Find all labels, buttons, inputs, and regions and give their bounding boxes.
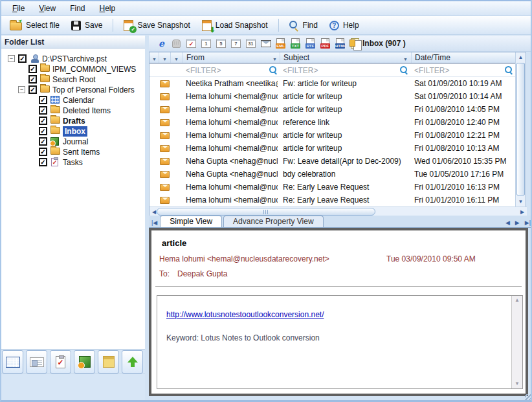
up-shortcut-button[interactable]: [122, 350, 143, 374]
tab-first-icon[interactable]: |◀: [149, 219, 160, 227]
body-scrollbar[interactable]: ▲ ▼: [511, 296, 522, 388]
scroll-down-icon[interactable]: ▼: [512, 379, 522, 388]
calendar-31-icon[interactable]: 31: [245, 38, 257, 50]
checkbox-root[interactable]: ✓: [18, 54, 27, 63]
column-from[interactable]: From ▼: [183, 52, 280, 63]
filter-subject-input[interactable]: <FILTER>: [283, 66, 318, 75]
scroll-down-icon[interactable]: ▼: [516, 197, 526, 207]
open-mail-icon: [160, 119, 170, 126]
vertical-scrollbar[interactable]: ▲ ▼: [515, 52, 526, 207]
tree-label[interactable]: Sent Items: [63, 147, 100, 157]
column-attachment[interactable]: ▼: [171, 52, 183, 63]
help-button[interactable]: ? Help: [325, 19, 364, 32]
tasks-shortcut-button[interactable]: ✓: [50, 350, 71, 374]
message-row[interactable]: Hema lohumi <hemal@nucl... article for w…: [150, 90, 516, 103]
checkbox[interactable]: ✓: [39, 96, 47, 104]
folder-icon: [40, 75, 50, 82]
envelope-icon[interactable]: [260, 38, 272, 50]
filter-search-icon[interactable]: [505, 66, 513, 74]
scroll-up-icon[interactable]: ▲: [516, 52, 526, 62]
checkbox[interactable]: ✓: [39, 106, 47, 115]
column-subject[interactable]: Subject ▼: [280, 52, 412, 63]
menu-help[interactable]: Help: [93, 3, 123, 14]
tree-label[interactable]: Top of Personal Folders: [52, 85, 135, 95]
tree-label[interactable]: Calendar: [63, 95, 94, 106]
message-row[interactable]: Hema lohumi <hemal@nucl... Re: Early Lea…: [150, 181, 516, 194]
filter-search-icon[interactable]: [400, 66, 408, 74]
message-row[interactable]: Hema lohumi <hemal@nucl... reference lin…: [150, 116, 516, 129]
tree-label[interactable]: Journal: [63, 137, 88, 147]
menu-find[interactable]: Find: [63, 3, 92, 14]
contacts-shortcut-button[interactable]: [26, 350, 47, 374]
select-file-label: Select file: [26, 21, 60, 30]
checkbox[interactable]: ✓: [39, 148, 47, 156]
filter-datetime-input[interactable]: <FILTER>: [414, 66, 449, 75]
tab-advance-property-view[interactable]: Advance Property View: [223, 216, 324, 227]
tree-label[interactable]: Drafts: [63, 116, 85, 126]
checkbox[interactable]: ✓: [28, 85, 37, 94]
preview-date: Tue 03/09/2010 09:50 AM: [386, 254, 476, 263]
load-snapshot-button[interactable]: ⬇ Load Snapshot: [197, 19, 272, 32]
checkbox[interactable]: ✓: [39, 127, 47, 135]
message-row[interactable]: Neetika Pratham <neetika@... Fw: article…: [150, 77, 516, 90]
column-importance[interactable]: ▼: [150, 52, 159, 63]
checkbox[interactable]: ✓: [39, 117, 47, 125]
message-row[interactable]: Hema lohumi <hemal@nucl... article for w…: [150, 142, 516, 155]
folder-icon: [50, 148, 60, 155]
tree-label-root[interactable]: D:\PST\archive.pst: [42, 54, 107, 64]
html-file-icon[interactable]: HTML: [334, 38, 346, 50]
tab-simple-view[interactable]: Simple View: [160, 216, 222, 227]
checkbox[interactable]: ✓: [28, 75, 37, 84]
pdf-file-icon[interactable]: PDF: [319, 38, 331, 50]
eml-file-icon[interactable]: EML: [274, 38, 287, 50]
tab-last-icon[interactable]: ▶|: [522, 219, 532, 227]
scrollbar-thumb[interactable]: [516, 63, 525, 195]
notes-shortcut-button[interactable]: [98, 350, 119, 374]
rtf-file-icon[interactable]: RTF: [304, 38, 316, 50]
ie-browser-icon[interactable]: e: [155, 38, 168, 50]
resize-grip-icon[interactable]: [525, 394, 532, 401]
hand-icon[interactable]: [170, 38, 183, 50]
calendar-1-icon[interactable]: 1: [200, 38, 212, 50]
scrollbar-thumb[interactable]: [157, 208, 375, 216]
body-link[interactable]: http://www.lotusnotestooutlookconversion…: [166, 310, 324, 319]
message-row[interactable]: Hema lohumi <hemal@nucl... Re: Early Lea…: [150, 194, 516, 207]
horizontal-scrollbar[interactable]: ◀ ▶: [150, 207, 527, 216]
tab-next-icon[interactable]: ▶: [513, 219, 522, 227]
message-row[interactable]: Neha Gupta <nehag@nucle... bdy celebrati…: [150, 168, 516, 181]
calendar-5-icon[interactable]: 5: [215, 38, 227, 50]
find-button[interactable]: Find: [285, 19, 322, 32]
checkbox[interactable]: ✓: [28, 65, 37, 73]
toolbar-separator: [278, 19, 279, 32]
copy-file-icon[interactable]: [349, 38, 361, 50]
save-button[interactable]: Save: [67, 19, 107, 32]
menu-file[interactable]: File: [5, 3, 32, 14]
tree-label[interactable]: Deleted Items: [63, 106, 111, 116]
calendar-7-icon[interactable]: 7: [230, 38, 242, 50]
message-row[interactable]: Hema lohumi <hemal@nucl... article for w…: [150, 103, 516, 116]
tree-label-inbox[interactable]: Inbox: [63, 126, 87, 137]
calendar-shortcut-button[interactable]: [2, 350, 23, 374]
tree-label[interactable]: Search Root: [52, 74, 96, 85]
up-arrow-icon: [127, 357, 138, 367]
filter-from-input[interactable]: <FILTER>: [186, 66, 221, 75]
message-row[interactable]: Neha Gupta <nehag@nucle... Fw: Leave det…: [150, 155, 516, 168]
checkbox[interactable]: ✓: [39, 158, 47, 166]
collapse-icon[interactable]: −: [8, 55, 15, 62]
menu-view[interactable]: View: [32, 3, 63, 14]
checkbox[interactable]: ✓: [39, 137, 47, 146]
tab-prev-icon[interactable]: ◀: [503, 219, 513, 227]
txt-file-icon[interactable]: TXT: [289, 38, 302, 50]
tree-label[interactable]: Tasks: [63, 157, 83, 168]
message-row[interactable]: Hema lohumi <hemal@nucl... article for w…: [150, 129, 516, 142]
collapse-icon[interactable]: −: [18, 86, 25, 93]
tree-label[interactable]: IPM_COMMON_VIEWS: [52, 64, 136, 74]
calendar-check-icon[interactable]: ✓: [185, 38, 197, 50]
column-icon[interactable]: ▼: [159, 52, 171, 63]
save-snapshot-button[interactable]: ✓ Save Snapshot: [119, 19, 194, 32]
scroll-up-icon[interactable]: ▲: [512, 296, 522, 305]
journal-shortcut-button[interactable]: [74, 350, 95, 374]
filter-search-icon[interactable]: [269, 66, 278, 74]
column-datetime[interactable]: Date/Time: [412, 52, 516, 63]
select-file-button[interactable]: Select file: [5, 19, 64, 32]
